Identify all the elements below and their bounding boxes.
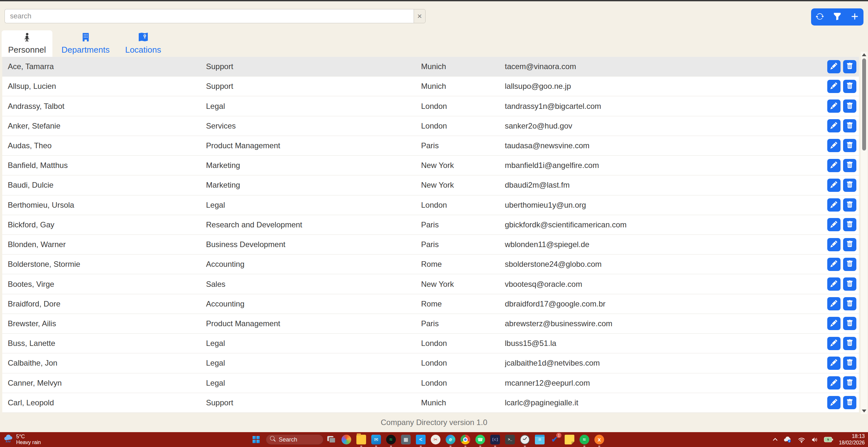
wifi-icon[interactable] xyxy=(798,436,805,443)
edit-button[interactable] xyxy=(827,80,840,93)
filter-icon xyxy=(833,12,841,22)
table-row[interactable]: Bootes, VirgeSalesNew Yorkvbootesq@oracl… xyxy=(2,274,859,294)
edit-button[interactable] xyxy=(827,258,840,271)
edit-button[interactable] xyxy=(827,277,840,291)
table-row[interactable]: Banfield, MatthusMarketingNew Yorkmbanfi… xyxy=(2,156,859,175)
clock-icon[interactable] xyxy=(520,432,530,447)
tab-locations[interactable]: Locations xyxy=(119,30,167,57)
table-row[interactable]: Baudi, DulcieMarketingNew Yorkdbaudi2m@l… xyxy=(2,175,859,195)
personnel-table: Ace, TamarraSupportMunichtacem@vinaora.c… xyxy=(2,57,859,413)
spotify-icon[interactable]: ≈ xyxy=(386,432,396,447)
delete-button[interactable] xyxy=(843,80,856,93)
table-row[interactable]: Berthomieu, UrsolaLegalLondonuberthomieu… xyxy=(2,196,859,215)
person-department: Support xyxy=(206,82,421,91)
table-row[interactable]: Andrassy, TalbotLegalLondontandrassy1n@b… xyxy=(2,96,859,116)
edit-button[interactable] xyxy=(827,317,840,330)
table-row[interactable]: Ace, TamarraSupportMunichtacem@vinaora.c… xyxy=(2,57,859,76)
running-indicator xyxy=(375,446,377,447)
notepad-icon[interactable]: ≡ xyxy=(535,432,545,447)
whatsapp-icon[interactable]: ☎ xyxy=(475,432,485,447)
delete-button[interactable] xyxy=(843,258,856,271)
vertical-scrollbar[interactable] xyxy=(861,52,867,414)
edit-button[interactable] xyxy=(827,376,840,389)
start-button[interactable] xyxy=(250,433,262,446)
delete-button[interactable] xyxy=(843,297,856,310)
table-row[interactable]: Canner, MelvynLegalLondonmcanner12@eepur… xyxy=(2,373,859,393)
table-row[interactable]: Blonden, WarnerBusiness DevelopmentParis… xyxy=(2,235,859,254)
tab-personnel[interactable]: Personnel xyxy=(2,30,52,57)
delete-button[interactable] xyxy=(843,198,856,211)
table-row[interactable]: Bolderstone, StormieAccountingRomesbolde… xyxy=(2,254,859,274)
delete-button[interactable] xyxy=(843,337,856,350)
delete-button[interactable] xyxy=(843,139,856,152)
edit-button[interactable] xyxy=(827,238,840,251)
weather-widget[interactable]: 5°C Heavy rain xyxy=(3,432,41,447)
delete-button[interactable] xyxy=(843,179,856,192)
table-row[interactable]: Calbaithe, JonLegalLondonjcalbaithe1d@ne… xyxy=(2,353,859,373)
todo-icon[interactable]: ✔1 xyxy=(550,432,559,447)
edit-button[interactable] xyxy=(827,396,840,409)
search-input[interactable] xyxy=(4,9,414,23)
scrollbar-thumb[interactable] xyxy=(862,59,866,150)
battery-icon[interactable] xyxy=(824,436,833,443)
sticky-notes-icon[interactable] xyxy=(565,432,575,447)
tab-departments[interactable]: Departments xyxy=(55,30,116,57)
delete-button[interactable] xyxy=(843,396,856,409)
delete-button[interactable] xyxy=(843,238,856,251)
clock-date-display[interactable]: 18:13 18/02/2026 xyxy=(839,433,865,446)
table-row[interactable]: Carl, LeopoldSupportMunichlcarlc@pagineg… xyxy=(2,393,859,413)
chevron-up-icon[interactable] xyxy=(773,437,778,442)
terminal-icon[interactable]: >_ xyxy=(505,432,515,447)
table-row[interactable]: Anker, StefanieServicesLondonsanker2o@hu… xyxy=(2,116,859,136)
edit-button[interactable] xyxy=(827,100,840,113)
copilot-icon[interactable] xyxy=(342,432,351,447)
person-email: sbolderstone24@globo.com xyxy=(505,260,827,269)
table-row[interactable]: Braidford, DoreAccountingRomedbraidford1… xyxy=(2,294,859,314)
refresh-button[interactable] xyxy=(812,9,828,25)
table-row[interactable]: Brewster, AilisProduct ManagementParisab… xyxy=(2,314,859,334)
delete-button[interactable] xyxy=(843,356,856,370)
edit-button[interactable] xyxy=(827,218,840,231)
edge-icon[interactable]: e xyxy=(446,432,455,447)
edit-button[interactable] xyxy=(827,139,840,152)
table-row[interactable]: Allsup, LucienSupportMunichlallsupo@goo.… xyxy=(2,76,859,96)
outlook-icon[interactable]: ✉ xyxy=(371,432,381,447)
edit-button[interactable] xyxy=(827,297,840,310)
edit-button[interactable] xyxy=(827,337,840,350)
spotify-green-icon[interactable]: ≈ xyxy=(580,432,589,447)
task-view-icon[interactable] xyxy=(327,432,336,447)
taskbar-search[interactable]: Search xyxy=(266,435,323,445)
add-button[interactable] xyxy=(847,9,863,25)
table-row[interactable]: Bickford, GayResearch and DevelopmentPar… xyxy=(2,215,859,235)
delete-button[interactable] xyxy=(843,60,856,73)
filter-button[interactable] xyxy=(830,9,845,25)
xampp-icon[interactable]: X xyxy=(594,432,604,447)
delete-button[interactable] xyxy=(843,100,856,113)
vscode-icon[interactable]: < xyxy=(416,432,426,447)
delete-button[interactable] xyxy=(843,317,856,330)
scroll-up-arrow-icon[interactable] xyxy=(862,53,866,56)
volume-icon[interactable] xyxy=(811,436,818,443)
onedrive-cloud-icon[interactable]: i xyxy=(783,436,792,443)
chrome-icon[interactable] xyxy=(461,432,470,447)
dev-console-icon[interactable]: [c] xyxy=(490,432,500,447)
edit-button[interactable] xyxy=(827,198,840,211)
snipping-tool-icon[interactable]: ✂ xyxy=(431,432,440,447)
calculator-icon[interactable]: ▦ xyxy=(401,432,411,447)
delete-button[interactable] xyxy=(843,218,856,231)
delete-button[interactable] xyxy=(843,376,856,389)
search-clear-button[interactable]: ✕ xyxy=(414,9,426,23)
file-explorer-icon[interactable] xyxy=(356,432,366,447)
delete-button[interactable] xyxy=(843,159,856,172)
table-row[interactable]: Audas, TheoProduct ManagementParistaudas… xyxy=(2,136,859,156)
edit-button[interactable] xyxy=(827,60,840,73)
delete-button[interactable] xyxy=(843,277,856,291)
edit-button[interactable] xyxy=(827,159,840,172)
edit-button[interactable] xyxy=(827,119,840,132)
delete-button[interactable] xyxy=(843,119,856,132)
scroll-down-arrow-icon[interactable] xyxy=(862,410,866,412)
person-department: Services xyxy=(206,122,421,131)
edit-button[interactable] xyxy=(827,356,840,370)
table-row[interactable]: Buss, LanetteLegalLondonlbuss15@51.la xyxy=(2,334,859,353)
edit-button[interactable] xyxy=(827,179,840,192)
